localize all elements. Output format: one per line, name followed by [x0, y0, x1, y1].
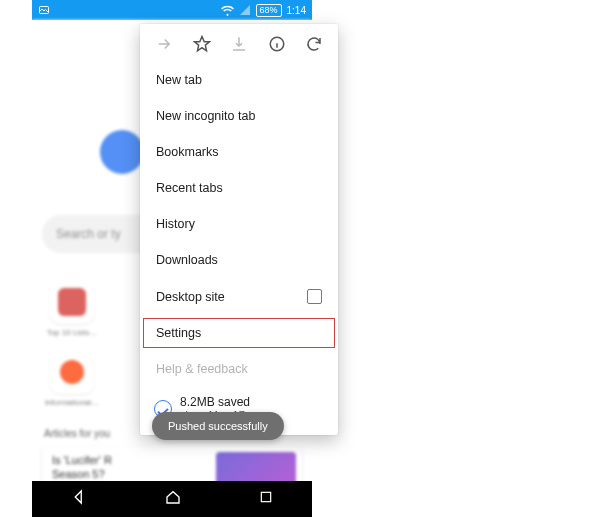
- forward-icon[interactable]: [154, 34, 174, 54]
- shortcut-tile-1[interactable]: [50, 280, 94, 324]
- phone-frame: 68% 1:14 Search or ty Top 10 Lists… Info…: [32, 0, 312, 517]
- menu-item-recent-tabs[interactable]: Recent tabs: [140, 170, 338, 206]
- svg-rect-2: [261, 492, 270, 501]
- menu-label: Settings: [156, 326, 201, 340]
- toast-text: Pushed successfully: [168, 420, 268, 432]
- menu-label: History: [156, 217, 195, 231]
- wifi-icon: [221, 4, 234, 17]
- search-placeholder: Search or ty: [56, 227, 121, 241]
- menu-label: Recent tabs: [156, 181, 223, 195]
- info-icon[interactable]: [267, 34, 287, 54]
- menu-item-new-tab[interactable]: New tab: [140, 62, 338, 98]
- home-icon[interactable]: [164, 488, 182, 510]
- android-navbar: [32, 481, 312, 517]
- shortcut-label-1: Top 10 Lists…: [42, 328, 102, 337]
- chrome-overflow-menu: New tab New incognito tab Bookmarks Rece…: [140, 24, 338, 435]
- google-logo: [100, 130, 144, 174]
- menu-label: New incognito tab: [156, 109, 255, 123]
- articles-header: Articles for you: [44, 428, 110, 439]
- recents-icon[interactable]: [258, 489, 274, 509]
- status-bar: 68% 1:14: [32, 0, 312, 20]
- menu-item-settings[interactable]: Settings: [140, 315, 338, 351]
- back-icon[interactable]: [70, 488, 88, 510]
- menu-item-bookmarks[interactable]: Bookmarks: [140, 134, 338, 170]
- signal-icon: [239, 4, 251, 16]
- toast-message: Pushed successfully: [152, 412, 284, 440]
- menu-item-history[interactable]: History: [140, 206, 338, 242]
- menu-item-new-incognito[interactable]: New incognito tab: [140, 98, 338, 134]
- shortcut-label-2: Informational…: [42, 398, 102, 407]
- menu-label: Desktop site: [156, 290, 225, 304]
- bookmark-star-icon[interactable]: [192, 34, 212, 54]
- menu-item-downloads[interactable]: Downloads: [140, 242, 338, 278]
- menu-label: Help & feedback: [156, 362, 248, 376]
- battery-indicator: 68%: [256, 4, 282, 17]
- clock: 1:14: [287, 5, 306, 16]
- menu-item-desktop-site[interactable]: Desktop site: [140, 278, 338, 315]
- desktop-site-checkbox[interactable]: [307, 289, 322, 304]
- menu-label: New tab: [156, 73, 202, 87]
- menu-label: Downloads: [156, 253, 218, 267]
- menu-label: Bookmarks: [156, 145, 219, 159]
- menu-icon-row: [140, 24, 338, 62]
- reload-icon[interactable]: [304, 34, 324, 54]
- menu-item-help[interactable]: Help & feedback: [140, 351, 338, 387]
- datasaver-amount: 8.2MB saved: [180, 395, 250, 409]
- image-notification-icon: [38, 4, 50, 16]
- shortcut-tile-2[interactable]: [50, 350, 94, 394]
- download-icon[interactable]: [229, 34, 249, 54]
